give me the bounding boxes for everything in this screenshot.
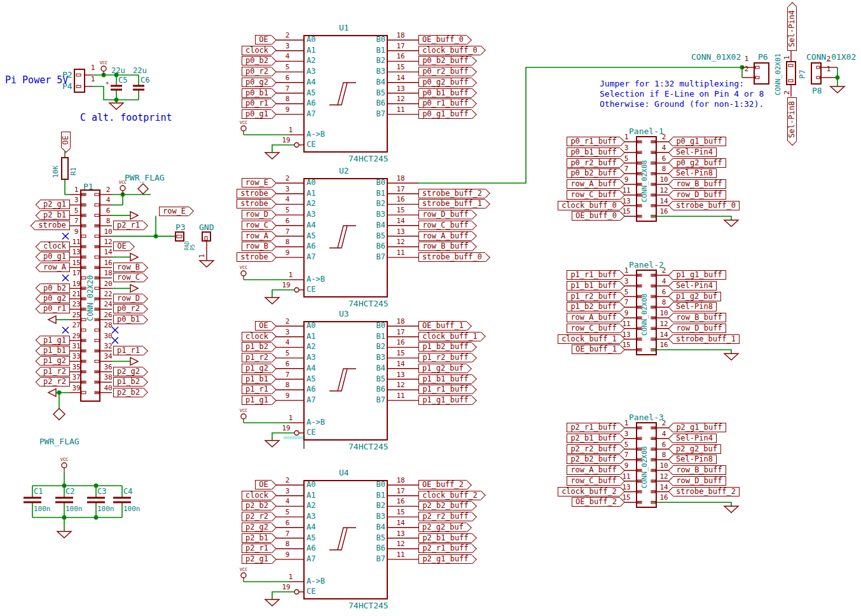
- net-label-p2_r2[interactable]: p2_r2: [40, 377, 70, 387]
- net-label-p0_r2[interactable]: p0_r2: [242, 67, 272, 76]
- net-label-row_A_buff[interactable]: row_A_buff: [567, 465, 620, 475]
- net-label-p1_r1[interactable]: p1_r1: [113, 346, 143, 355]
- cap-ref-C5[interactable]: C5: [118, 76, 127, 85]
- net-label-p0_g2[interactable]: p0_g2: [242, 78, 272, 87]
- pwr-flag-label[interactable]: PWR_FLAG: [39, 437, 79, 446]
- net-label-p0_b1_buff[interactable]: p0_b1_buff: [418, 88, 472, 98]
- net-label-p0_g1_buff[interactable]: p0_g1_buff: [673, 137, 726, 146]
- note-jumper-line2[interactable]: Selection if E-Line on Pin 4 or 8: [600, 89, 764, 99]
- net-label-p1_g2[interactable]: p1_g2: [242, 364, 272, 373]
- ic-ref-U3[interactable]: U3: [339, 310, 349, 318]
- connector-P2-P4[interactable]: [74, 69, 85, 93]
- net-label-row_B_buff[interactable]: row_B_buff: [673, 313, 726, 322]
- net-label-clock[interactable]: clock: [242, 332, 272, 341]
- net-label-row_A[interactable]: row_A: [242, 231, 272, 241]
- net-label-p2_g1[interactable]: p2_g1: [242, 554, 272, 564]
- net-label-p1_b1_buff[interactable]: p1_b1_buff: [567, 281, 620, 291]
- net-label-p2_g2[interactable]: p2_g2: [242, 523, 272, 532]
- net-label-p1_g2_buf[interactable]: p1_g2_buf: [673, 292, 721, 301]
- ic-value-U2[interactable]: 74HCT245: [348, 299, 389, 308]
- net-label-clock_buff_0[interactable]: clock_buff_0: [418, 46, 481, 55]
- ic-ref-U2[interactable]: U2: [339, 167, 349, 175]
- net-label-row_B_buff[interactable]: row_B_buff: [673, 465, 726, 475]
- net-label-Sel-Pin8[interactable]: Sel-Pin8: [673, 302, 717, 311]
- net-label-p0_b1_buff[interactable]: p0_b1_buff: [567, 147, 620, 157]
- net-label-p0_b2_buff[interactable]: p0_b2_buff: [418, 56, 472, 65]
- net-label-Sel-Pin8-vertical[interactable]: Sel-Pin8: [786, 97, 797, 141]
- net-label-row_C[interactable]: row_C: [242, 221, 272, 230]
- net-label-p0_r2_buff[interactable]: p0_r2_buff: [418, 67, 472, 76]
- net-label-OE[interactable]: OE: [255, 35, 272, 44]
- net-label-OE_buff_0[interactable]: OE_buff_0: [572, 211, 620, 221]
- note-pi-power[interactable]: Pi Power 5V: [5, 74, 68, 86]
- net-label-p0_r1_buff[interactable]: p0_r1_buff: [418, 99, 472, 108]
- net-label-row_C[interactable]: row_C: [113, 273, 143, 282]
- net-label-strobe[interactable]: strobe: [237, 199, 272, 209]
- net-label-clock_buff_2[interactable]: clock_buff_2: [558, 487, 620, 496]
- cap-ref-C4[interactable]: C4: [123, 488, 132, 496]
- net-label-row_B[interactable]: row_B: [242, 242, 272, 251]
- net-label-row_C_buff[interactable]: row_C_buff: [567, 476, 620, 486]
- net-label-row_A[interactable]: row_A: [40, 263, 70, 272]
- net-label-p1_b1[interactable]: p1_b1: [242, 374, 272, 384]
- cap-ref-C6[interactable]: C6: [141, 76, 149, 85]
- net-label-clock_buff_0[interactable]: clock_buff_0: [558, 201, 620, 210]
- net-label-p1_g1_buff[interactable]: p1_g1_buff: [673, 270, 726, 280]
- net-label-p2_r2[interactable]: p2_r2: [242, 512, 272, 521]
- net-label-p2_g1_buff[interactable]: p2_g1_buff: [418, 554, 472, 564]
- net-label-strobe_buff_0[interactable]: strobe_buff_0: [418, 252, 485, 262]
- net-label-p0_g2_buff[interactable]: p0_g2_buff: [418, 78, 472, 87]
- net-label-OE_buff_2[interactable]: OE_buff_2: [418, 480, 467, 489]
- net-label-OE-vertical[interactable]: OE: [60, 132, 71, 148]
- ic-ref-U4[interactable]: U4: [339, 469, 349, 477]
- net-label-clock[interactable]: clock: [40, 242, 70, 251]
- net-label-p2_g1[interactable]: p2_g1: [40, 200, 70, 209]
- note-c-alt-footprint[interactable]: C alt. footprint: [80, 112, 172, 123]
- net-label-p1_g2_buf[interactable]: p1_g2_buf: [418, 364, 467, 373]
- net-label-row_D_buff[interactable]: row_D_buff: [673, 190, 726, 200]
- net-label-clock_buff_1[interactable]: clock_buff_1: [558, 334, 620, 344]
- net-label-row_D_buff[interactable]: row_D_buff: [673, 476, 726, 486]
- net-label-p0_b2[interactable]: p0_b2: [40, 284, 70, 293]
- net-label-strobe[interactable]: strobe: [35, 221, 70, 230]
- net-label-p1_r2[interactable]: p1_r2: [40, 367, 70, 376]
- net-label-Sel-Pin8[interactable]: Sel-Pin8: [673, 168, 717, 178]
- net-label-row_C_buff[interactable]: row_C_buff: [567, 190, 620, 200]
- net-label-strobe_buff_0[interactable]: strobe_buff_0: [673, 201, 740, 210]
- net-label-row_B_buff[interactable]: row_B_buff: [673, 179, 726, 189]
- net-label-p0_b1[interactable]: p0_b1: [113, 315, 143, 324]
- cap-ref-C1[interactable]: C1: [34, 488, 43, 496]
- net-label-clock[interactable]: clock: [242, 46, 272, 55]
- net-label-p1_b1_buff[interactable]: p1_b1_buff: [418, 374, 472, 384]
- net-label-p0_g1[interactable]: p0_g1: [40, 252, 70, 261]
- net-label-OE_buff_1[interactable]: OE_buff_1: [418, 321, 467, 331]
- net-label-Sel-Pin8[interactable]: Sel-Pin8: [673, 455, 717, 464]
- net-label-row_C_buff[interactable]: row_C_buff: [567, 324, 620, 333]
- net-label-Sel-Pin4-vertical[interactable]: Sel-Pin4: [786, 7, 797, 51]
- net-label-p1_g2[interactable]: p1_g2: [40, 356, 70, 366]
- pad-ref-P3[interactable]: P3: [176, 223, 186, 232]
- cap-ref-C3[interactable]: C3: [97, 488, 106, 496]
- net-label-row_D[interactable]: row_D: [113, 294, 143, 303]
- pwr-flag-label[interactable]: PWR_FLAG: [125, 174, 165, 182]
- cap-ref-C2[interactable]: C2: [65, 488, 74, 496]
- net-label-p2_g1_buff[interactable]: p2_g1_buff: [673, 423, 726, 432]
- net-label-p0_g2_buff[interactable]: p0_g2_buff: [673, 158, 726, 168]
- cap-value-C3[interactable]: 100n: [97, 505, 114, 513]
- net-label-p1_r1[interactable]: p1_r1: [242, 385, 272, 394]
- note-jumper-line1[interactable]: Jumper for 1:32 multiplexing:: [600, 79, 744, 88]
- resistor-R1[interactable]: [61, 157, 69, 180]
- net-label-p1_r2[interactable]: p1_r2: [242, 353, 272, 362]
- net-label-p1_r2_buff[interactable]: p1_r2_buff: [418, 353, 472, 362]
- cap-value-C2[interactable]: 100n: [65, 505, 83, 513]
- net-label-p1_g1[interactable]: p1_g1: [242, 395, 272, 405]
- net-label-p1_b2[interactable]: p1_b2: [113, 377, 143, 387]
- net-label-row_A_buff[interactable]: row_A_buff: [418, 231, 472, 241]
- net-label-p2_b1_buff[interactable]: p2_b1_buff: [567, 434, 620, 443]
- connector-P8[interactable]: [811, 62, 822, 85]
- note-jumper-line3[interactable]: Otherwise: Ground (for non-1:32).: [600, 99, 764, 109]
- net-label-p1_r2_buff[interactable]: p1_r2_buff: [567, 292, 620, 301]
- net-label-p1_b2[interactable]: p1_b2: [242, 342, 272, 352]
- net-label-p2_r2_buff[interactable]: p2_r2_buff: [567, 444, 620, 454]
- net-label-row_D[interactable]: row_D: [242, 210, 272, 219]
